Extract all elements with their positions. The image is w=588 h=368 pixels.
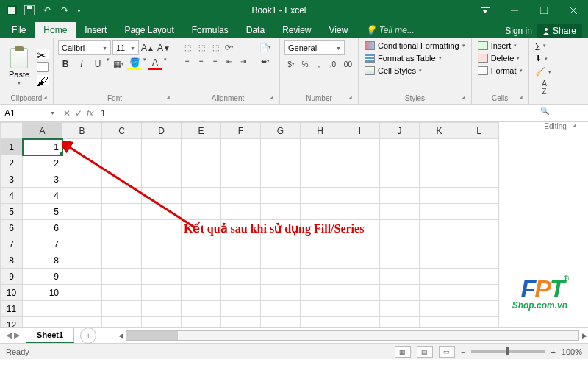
cell-J6[interactable]	[380, 220, 420, 236]
row-header-9[interactable]: 9	[1, 269, 23, 285]
cell-E1[interactable]	[182, 139, 221, 155]
tab-home[interactable]: Home	[35, 22, 76, 38]
tab-formulas[interactable]: Formulas	[183, 22, 237, 38]
save-icon[interactable]	[24, 4, 35, 16]
cell-I10[interactable]	[340, 285, 380, 301]
row-header-5[interactable]: 5	[1, 204, 23, 220]
enter-formula-icon[interactable]: ✓	[75, 108, 82, 118]
cell-K1[interactable]	[420, 139, 459, 155]
cell-F9[interactable]	[221, 269, 261, 285]
cell-K8[interactable]	[420, 252, 459, 269]
tab-review[interactable]: Review	[273, 22, 320, 38]
cell-F12[interactable]	[221, 317, 261, 328]
tab-insert[interactable]: Insert	[76, 22, 115, 38]
cell-L12[interactable]	[459, 317, 499, 328]
cell-G5[interactable]	[261, 204, 301, 220]
underline-button[interactable]: U	[90, 57, 105, 71]
cell-D11[interactable]	[142, 301, 182, 317]
cell-K10[interactable]	[420, 285, 459, 301]
cell-I8[interactable]	[340, 252, 380, 269]
cell-H12[interactable]	[301, 317, 340, 328]
row-header-6[interactable]: 6	[1, 220, 23, 236]
format-cells-button[interactable]: Format ▾	[476, 66, 524, 76]
row-header-1[interactable]: 1	[1, 139, 23, 155]
cell-F7[interactable]	[221, 236, 261, 252]
cell-F2[interactable]	[221, 155, 261, 171]
normal-view-icon[interactable]: ▦	[395, 346, 411, 358]
bold-button[interactable]: B	[58, 57, 73, 71]
tell-me-search[interactable]: 💡 Tell me...	[356, 22, 423, 38]
cell-L11[interactable]	[459, 301, 499, 317]
fill-button[interactable]: ⬇ ▾	[534, 53, 578, 64]
cell-G3[interactable]	[261, 171, 301, 188]
cell-K11[interactable]	[420, 301, 459, 317]
border-button[interactable]: ▦▾	[111, 57, 126, 71]
copy-icon[interactable]	[37, 62, 49, 72]
cell-H3[interactable]	[301, 171, 340, 188]
qat-dropdown-icon[interactable]: ▼	[76, 8, 82, 13]
cell-I9[interactable]	[340, 269, 380, 285]
cell-B7[interactable]	[62, 236, 102, 252]
cell-A10[interactable]: 10	[23, 285, 62, 301]
col-header-K[interactable]: K	[420, 123, 459, 139]
italic-button[interactable]: I	[74, 57, 89, 71]
horizontal-scrollbar[interactable]: ◀▶	[126, 330, 579, 341]
cell-L3[interactable]	[459, 171, 499, 188]
number-format-selector[interactable]: General▼	[284, 40, 345, 55]
cell-A1[interactable]: 1	[23, 139, 62, 155]
col-header-D[interactable]: D	[142, 123, 182, 139]
find-select-icon[interactable]: 🔍	[535, 100, 554, 121]
minimize-button[interactable]	[500, 0, 529, 21]
cell-H1[interactable]	[301, 139, 340, 155]
cell-F5[interactable]	[221, 204, 261, 220]
cell-D2[interactable]	[142, 155, 182, 171]
comma-icon[interactable]: ,	[312, 57, 326, 71]
cell-E11[interactable]	[182, 301, 221, 317]
tab-view[interactable]: View	[320, 22, 357, 38]
increase-font-icon[interactable]: A▲	[140, 40, 155, 55]
cell-E2[interactable]	[182, 155, 221, 171]
align-bottom-icon[interactable]: ⬚	[209, 40, 222, 54]
cell-A12[interactable]	[23, 317, 62, 328]
delete-cells-button[interactable]: Delete ▾	[476, 53, 524, 63]
cell-F3[interactable]	[221, 171, 261, 188]
cell-F8[interactable]	[221, 252, 261, 269]
tab-file[interactable]: File	[3, 22, 35, 38]
zoom-in-icon[interactable]: +	[551, 347, 555, 356]
cell-F4[interactable]	[221, 188, 261, 204]
underline-dropdown-icon[interactable]: ▾	[107, 57, 110, 71]
row-header-11[interactable]: 11	[1, 301, 23, 317]
cell-K5[interactable]	[420, 204, 459, 220]
cell-L7[interactable]	[459, 236, 499, 252]
fx-icon[interactable]: fx	[87, 108, 93, 118]
merge-center-button[interactable]: ⬌▾	[256, 54, 275, 68]
cell-K12[interactable]	[420, 317, 459, 328]
cell-styles-button[interactable]: Cell Styles ▾	[363, 66, 467, 76]
fill-color-dropdown[interactable]: ▾	[143, 57, 146, 71]
cell-G1[interactable]	[261, 139, 301, 155]
format-painter-icon[interactable]: 🖌	[37, 75, 49, 85]
col-header-B[interactable]: B	[62, 123, 102, 139]
cell-D6[interactable]	[142, 220, 182, 236]
cell-H8[interactable]	[301, 252, 340, 269]
cell-J10[interactable]	[380, 285, 420, 301]
cell-D3[interactable]	[142, 171, 182, 188]
cell-L6[interactable]	[459, 220, 499, 236]
cell-C11[interactable]	[102, 301, 142, 317]
increase-decimal-icon[interactable]: .0	[326, 57, 340, 71]
cell-A8[interactable]: 8	[23, 252, 62, 269]
cell-J7[interactable]	[380, 236, 420, 252]
zoom-out-icon[interactable]: −	[461, 347, 465, 356]
name-box[interactable]: A1▼	[0, 105, 60, 121]
cell-G2[interactable]	[261, 155, 301, 171]
cell-B6[interactable]	[62, 220, 102, 236]
cell-J1[interactable]	[380, 139, 420, 155]
cell-I1[interactable]	[340, 139, 380, 155]
cell-C1[interactable]	[102, 139, 142, 155]
row-header-7[interactable]: 7	[1, 236, 23, 252]
align-left-icon[interactable]: ≡	[181, 54, 194, 68]
cell-A3[interactable]: 3	[23, 171, 62, 188]
cell-J3[interactable]	[380, 171, 420, 188]
cell-B1[interactable]	[62, 139, 102, 155]
align-right-icon[interactable]: ≡	[209, 54, 222, 68]
